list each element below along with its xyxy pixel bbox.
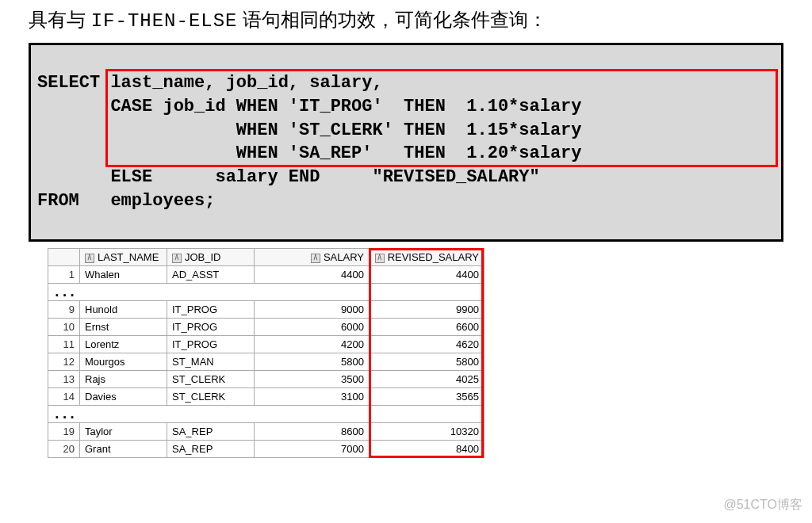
lastname-cell: Taylor: [80, 423, 167, 441]
table-row: 19TaylorSA_REP860010320: [48, 423, 485, 441]
salary-cell: 9000: [255, 301, 370, 319]
revised-cell: 3565: [370, 388, 485, 406]
result-table: ALAST_NAME AJOB_ID ASALARY AREVISED_SALA…: [48, 248, 485, 458]
col-rownum-header: [48, 249, 80, 266]
revised-cell: 8400: [370, 441, 485, 458]
table-row: 1WhalenAD_ASST44004400: [48, 266, 485, 284]
table-row: 10ErnstIT_PROG60006600: [48, 319, 485, 336]
lastname-cell: Davies: [80, 388, 167, 406]
intro-before: 具有与: [29, 9, 86, 30]
sql-line-3: WHEN 'ST_CLERK' THEN 1.15*salary: [37, 120, 582, 140]
intro-code: IF-THEN-ELSE: [91, 10, 238, 32]
jobid-cell: IT_PROG: [167, 319, 255, 336]
coltype-icon: A: [311, 254, 320, 263]
intro-after: 语句相同的功效，可简化条件查询：: [243, 9, 547, 30]
jobid-cell: AD_ASST: [167, 266, 255, 284]
jobid-cell: ST_MAN: [167, 353, 255, 371]
rownum-cell: 14: [48, 388, 80, 406]
ellipsis-cell: ...: [48, 406, 485, 423]
revised-cell: 5800: [370, 353, 485, 371]
rownum-cell: 19: [48, 423, 80, 441]
table-row: 13RajsST_CLERK35004025: [48, 371, 485, 388]
lastname-cell: Whalen: [80, 266, 167, 284]
salary-cell: 3100: [255, 388, 370, 406]
coltype-icon: A: [375, 254, 385, 263]
rownum-cell: 10: [48, 319, 80, 336]
sql-line-6: FROM employees;: [37, 191, 215, 211]
coltype-icon: A: [172, 254, 182, 263]
rownum-cell: 1: [48, 266, 80, 284]
coltype-icon: A: [85, 254, 94, 263]
rownum-cell: 20: [48, 441, 80, 458]
salary-cell: 5800: [255, 353, 370, 371]
salary-cell: 4200: [255, 336, 370, 353]
sql-line-5: ELSE salary END "REVISED_SALARY": [37, 167, 540, 187]
rownum-cell: 12: [48, 353, 80, 371]
lastname-cell: Rajs: [80, 371, 167, 388]
revised-cell: 4400: [370, 266, 485, 284]
rownum-cell: 9: [48, 301, 80, 319]
jobid-cell: IT_PROG: [167, 336, 255, 353]
sql-line-2: CASE job_id WHEN 'IT_PROG' THEN 1.10*sal…: [37, 97, 582, 116]
jobid-cell: ST_CLERK: [167, 371, 255, 388]
jobid-cell: SA_REP: [167, 441, 255, 458]
lastname-cell: Lorentz: [80, 336, 167, 353]
ellipsis-row: ...: [48, 284, 485, 301]
lastname-cell: Hunold: [80, 301, 167, 319]
revised-cell: 9900: [370, 301, 485, 319]
table-header-row: ALAST_NAME AJOB_ID ASALARY AREVISED_SALA…: [48, 249, 485, 266]
sql-line-4: WHEN 'SA_REP' THEN 1.20*salary: [37, 143, 582, 163]
sql-code-box: SELECT last_name, job_id, salary, CASE j…: [29, 43, 783, 242]
revised-cell: 4025: [370, 371, 485, 388]
ellipsis-cell: ...: [48, 284, 485, 301]
revised-cell: 10320: [370, 423, 485, 441]
jobid-cell: ST_CLERK: [167, 388, 255, 406]
table-row: 14DaviesST_CLERK31003565: [48, 388, 485, 406]
revised-cell: 4620: [370, 336, 485, 353]
table-row: 20GrantSA_REP70008400: [48, 441, 485, 458]
salary-cell: 7000: [255, 441, 370, 458]
table-row: 11LorentzIT_PROG42004620: [48, 336, 485, 353]
salary-cell: 3500: [255, 371, 370, 388]
sql-line-1: SELECT last_name, job_id, salary,: [37, 73, 383, 93]
lastname-cell: Grant: [80, 441, 167, 458]
jobid-cell: SA_REP: [167, 423, 255, 441]
lastname-cell: Mourgos: [80, 353, 167, 371]
jobid-cell: IT_PROG: [167, 301, 255, 319]
col-lastname-header: ALAST_NAME: [80, 249, 167, 266]
ellipsis-row: ...: [48, 406, 485, 423]
lastname-cell: Ernst: [80, 319, 167, 336]
salary-cell: 6000: [255, 319, 370, 336]
table-row: 9HunoldIT_PROG90009900: [48, 301, 485, 319]
rownum-cell: 11: [48, 336, 80, 353]
col-salary-header: ASALARY: [255, 249, 370, 266]
revised-cell: 6600: [370, 319, 485, 336]
rownum-cell: 13: [48, 371, 80, 388]
col-revised-header: AREVISED_SALARY: [370, 249, 485, 266]
col-jobid-header: AJOB_ID: [167, 249, 255, 266]
salary-cell: 8600: [255, 423, 370, 441]
salary-cell: 4400: [255, 266, 370, 284]
intro-text: 具有与 IF-THEN-ELSE 语句相同的功效，可简化条件查询：: [0, 0, 812, 41]
watermark: @51CTO博客: [723, 497, 802, 513]
table-row: 12MourgosST_MAN58005800: [48, 353, 485, 371]
query-result: ALAST_NAME AJOB_ID ASALARY AREVISED_SALA…: [48, 248, 484, 458]
